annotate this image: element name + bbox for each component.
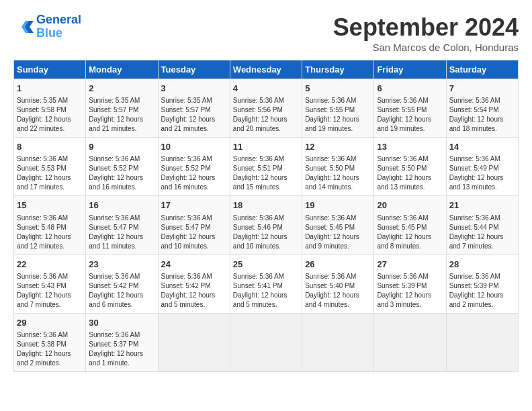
day-info: Sunrise: 5:36 AM Sunset: 5:50 PM Dayligh… [377, 154, 443, 192]
col-sunday: Sunday [14, 60, 86, 79]
day-number: 8 [17, 141, 83, 153]
day-number: 23 [89, 259, 154, 271]
calendar-week-row: 22Sunrise: 5:36 AM Sunset: 5:43 PM Dayli… [14, 255, 519, 313]
table-row: 30Sunrise: 5:36 AM Sunset: 5:37 PM Dayli… [86, 313, 158, 371]
table-row: 27Sunrise: 5:36 AM Sunset: 5:39 PM Dayli… [374, 255, 446, 313]
page-header: General Blue September 2024 San Marcos d… [13, 13, 519, 53]
table-row: 18Sunrise: 5:36 AM Sunset: 5:46 PM Dayli… [230, 196, 302, 255]
day-number: 9 [89, 141, 154, 153]
month-title: September 2024 [333, 13, 519, 42]
day-info: Sunrise: 5:36 AM Sunset: 5:41 PM Dayligh… [233, 272, 299, 310]
table-row: 16Sunrise: 5:36 AM Sunset: 5:47 PM Dayli… [86, 196, 158, 255]
day-info: Sunrise: 5:35 AM Sunset: 5:58 PM Dayligh… [17, 96, 83, 134]
day-number: 24 [161, 259, 227, 271]
table-row: 22Sunrise: 5:36 AM Sunset: 5:43 PM Dayli… [14, 255, 86, 313]
table-row: 17Sunrise: 5:36 AM Sunset: 5:47 PM Dayli… [158, 196, 230, 255]
calendar-week-row: 29Sunrise: 5:36 AM Sunset: 5:38 PM Dayli… [14, 313, 519, 371]
day-info: Sunrise: 5:36 AM Sunset: 5:54 PM Dayligh… [449, 96, 515, 134]
day-info: Sunrise: 5:36 AM Sunset: 5:42 PM Dayligh… [161, 272, 227, 310]
table-row: 1Sunrise: 5:35 AM Sunset: 5:58 PM Daylig… [14, 79, 86, 138]
day-number: 21 [449, 199, 515, 212]
table-row: 12Sunrise: 5:36 AM Sunset: 5:50 PM Dayli… [302, 138, 374, 196]
day-info: Sunrise: 5:36 AM Sunset: 5:38 PM Dayligh… [17, 330, 83, 368]
col-wednesday: Wednesday [230, 60, 302, 79]
table-row: 29Sunrise: 5:36 AM Sunset: 5:38 PM Dayli… [14, 313, 86, 371]
table-row: 6Sunrise: 5:36 AM Sunset: 5:55 PM Daylig… [374, 79, 446, 138]
calendar-week-row: 8Sunrise: 5:36 AM Sunset: 5:53 PM Daylig… [14, 138, 519, 196]
table-row: 28Sunrise: 5:36 AM Sunset: 5:39 PM Dayli… [446, 255, 518, 313]
day-info: Sunrise: 5:36 AM Sunset: 5:44 PM Dayligh… [449, 214, 515, 251]
table-row [446, 313, 518, 371]
calendar-week-row: 1Sunrise: 5:35 AM Sunset: 5:58 PM Daylig… [14, 79, 519, 138]
day-info: Sunrise: 5:36 AM Sunset: 5:52 PM Dayligh… [89, 154, 154, 192]
table-row: 4Sunrise: 5:36 AM Sunset: 5:56 PM Daylig… [230, 79, 302, 138]
day-info: Sunrise: 5:36 AM Sunset: 5:56 PM Dayligh… [233, 96, 299, 134]
table-row: 25Sunrise: 5:36 AM Sunset: 5:41 PM Dayli… [230, 255, 302, 313]
day-number: 28 [449, 259, 515, 271]
col-saturday: Saturday [446, 60, 518, 79]
day-info: Sunrise: 5:36 AM Sunset: 5:45 PM Dayligh… [377, 214, 443, 251]
day-number: 3 [161, 83, 227, 95]
day-info: Sunrise: 5:36 AM Sunset: 5:52 PM Dayligh… [161, 154, 227, 192]
day-info: Sunrise: 5:36 AM Sunset: 5:46 PM Dayligh… [233, 214, 299, 251]
day-number: 16 [89, 199, 154, 212]
day-number: 26 [305, 259, 371, 271]
day-info: Sunrise: 5:35 AM Sunset: 5:57 PM Dayligh… [161, 96, 227, 134]
table-row: 7Sunrise: 5:36 AM Sunset: 5:54 PM Daylig… [446, 79, 518, 138]
day-info: Sunrise: 5:36 AM Sunset: 5:49 PM Dayligh… [449, 154, 515, 192]
day-info: Sunrise: 5:36 AM Sunset: 5:42 PM Dayligh… [89, 272, 154, 310]
table-row: 3Sunrise: 5:35 AM Sunset: 5:57 PM Daylig… [158, 79, 230, 138]
day-info: Sunrise: 5:36 AM Sunset: 5:37 PM Dayligh… [89, 330, 154, 368]
day-number: 17 [161, 199, 227, 212]
table-row: 10Sunrise: 5:36 AM Sunset: 5:52 PM Dayli… [158, 138, 230, 196]
table-row: 21Sunrise: 5:36 AM Sunset: 5:44 PM Dayli… [446, 196, 518, 255]
day-number: 12 [305, 141, 371, 153]
day-number: 27 [377, 259, 443, 271]
table-row: 24Sunrise: 5:36 AM Sunset: 5:42 PM Dayli… [158, 255, 230, 313]
title-block: September 2024 San Marcos de Colon, Hond… [333, 13, 519, 53]
logo-text: General Blue [36, 13, 81, 40]
calendar-week-row: 15Sunrise: 5:36 AM Sunset: 5:48 PM Dayli… [14, 196, 519, 255]
day-info: Sunrise: 5:36 AM Sunset: 5:48 PM Dayligh… [17, 214, 83, 251]
day-number: 29 [17, 317, 83, 329]
table-row: 9Sunrise: 5:36 AM Sunset: 5:52 PM Daylig… [86, 138, 158, 196]
table-row: 26Sunrise: 5:36 AM Sunset: 5:40 PM Dayli… [302, 255, 374, 313]
col-tuesday: Tuesday [158, 60, 230, 79]
day-info: Sunrise: 5:36 AM Sunset: 5:47 PM Dayligh… [89, 214, 154, 251]
day-number: 25 [233, 259, 299, 271]
day-info: Sunrise: 5:36 AM Sunset: 5:39 PM Dayligh… [377, 272, 443, 310]
day-info: Sunrise: 5:36 AM Sunset: 5:39 PM Dayligh… [449, 272, 515, 310]
table-row: 8Sunrise: 5:36 AM Sunset: 5:53 PM Daylig… [14, 138, 86, 196]
table-row: 11Sunrise: 5:36 AM Sunset: 5:51 PM Dayli… [230, 138, 302, 196]
day-number: 22 [17, 259, 83, 271]
day-number: 4 [233, 83, 299, 95]
logo: General Blue [13, 13, 81, 40]
day-number: 6 [377, 83, 443, 95]
table-row [158, 313, 230, 371]
table-row [302, 313, 374, 371]
day-number: 7 [449, 83, 515, 95]
day-number: 18 [233, 199, 299, 212]
table-row [230, 313, 302, 371]
day-number: 11 [233, 141, 299, 153]
logo-icon [13, 17, 34, 37]
header-row: Sunday Monday Tuesday Wednesday Thursday… [14, 60, 519, 79]
day-number: 2 [89, 83, 154, 95]
day-info: Sunrise: 5:36 AM Sunset: 5:53 PM Dayligh… [17, 154, 83, 192]
day-number: 30 [89, 317, 154, 329]
calendar-table: Sunday Monday Tuesday Wednesday Thursday… [13, 60, 519, 372]
col-friday: Friday [374, 60, 446, 79]
table-row: 13Sunrise: 5:36 AM Sunset: 5:50 PM Dayli… [374, 138, 446, 196]
day-number: 15 [17, 199, 83, 212]
location-subtitle: San Marcos de Colon, Honduras [333, 42, 519, 53]
table-row: 14Sunrise: 5:36 AM Sunset: 5:49 PM Dayli… [446, 138, 518, 196]
day-number: 19 [305, 199, 371, 212]
day-number: 1 [17, 83, 83, 95]
table-row: 23Sunrise: 5:36 AM Sunset: 5:42 PM Dayli… [86, 255, 158, 313]
table-row: 2Sunrise: 5:35 AM Sunset: 5:57 PM Daylig… [86, 79, 158, 138]
day-info: Sunrise: 5:36 AM Sunset: 5:47 PM Dayligh… [161, 214, 227, 251]
day-info: Sunrise: 5:36 AM Sunset: 5:51 PM Dayligh… [233, 154, 299, 192]
day-info: Sunrise: 5:36 AM Sunset: 5:55 PM Dayligh… [305, 96, 371, 134]
day-info: Sunrise: 5:35 AM Sunset: 5:57 PM Dayligh… [89, 96, 154, 134]
table-row: 19Sunrise: 5:36 AM Sunset: 5:45 PM Dayli… [302, 196, 374, 255]
